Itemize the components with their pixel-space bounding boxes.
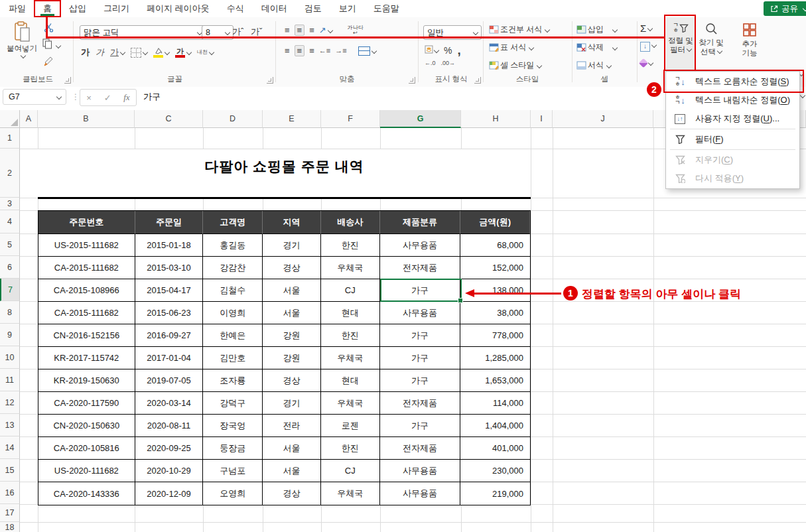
table-cell[interactable]: 2015-04-17: [135, 279, 204, 302]
table-cell[interactable]: 강덕구: [203, 392, 263, 415]
menu-tab-3[interactable]: 그리기: [95, 1, 138, 17]
menu-tab-7[interactable]: 검토: [296, 1, 330, 17]
table-cell[interactable]: CN-2016-152156: [38, 324, 135, 347]
menu-item-sort-ascending[interactable]: ㄱㅎ↓ 텍스트 오름차순 정렬(S): [666, 72, 799, 91]
table-cell[interactable]: 김만호: [203, 347, 263, 369]
accounting-format-button[interactable]: [425, 45, 433, 56]
table-cell[interactable]: 230,000: [460, 460, 530, 482]
row-header-12[interactable]: 12: [0, 391, 20, 414]
row-header-18[interactable]: 18: [0, 522, 20, 532]
table-cell[interactable]: CA-2020-105816: [38, 437, 135, 460]
table-cell[interactable]: 1,285,000: [460, 347, 530, 369]
row-header-17[interactable]: 17: [0, 504, 20, 522]
table-cell[interactable]: 로젠: [321, 415, 380, 437]
row-header-10[interactable]: 10: [0, 346, 20, 369]
table-cell[interactable]: 경상: [263, 257, 321, 279]
merge-center-button[interactable]: [358, 46, 370, 56]
cell-styles-button[interactable]: 셀 스타일: [487, 59, 543, 72]
column-header-H[interactable]: H: [461, 110, 531, 128]
table-cell[interactable]: 경상: [263, 482, 321, 505]
table-cell[interactable]: 1,653,000: [460, 369, 530, 392]
column-header-F[interactable]: F: [321, 110, 380, 128]
enter-icon[interactable]: ✓: [104, 93, 111, 103]
table-cell[interactable]: KR-2017-115742: [38, 347, 135, 369]
fill-handle[interactable]: [458, 298, 463, 303]
table-cell[interactable]: 서울: [263, 460, 321, 482]
format-as-table-button[interactable]: 표 서식: [487, 41, 535, 54]
percent-style-button[interactable]: %: [444, 45, 452, 56]
alignment-dialog-launcher[interactable]: [409, 77, 415, 84]
table-cell[interactable]: 2016-09-27: [135, 324, 204, 347]
borders-button[interactable]: [131, 48, 141, 58]
increase-decimal-button[interactable]: ←.0: [425, 60, 436, 66]
table-cell[interactable]: 219,000: [460, 482, 530, 505]
align-right-button[interactable]: ≡: [309, 46, 314, 55]
menu-tab-5[interactable]: 수식: [218, 1, 253, 17]
menu-tab-0[interactable]: 파일: [0, 1, 34, 17]
table-cell[interactable]: 현대: [321, 302, 380, 324]
fill-color-button[interactable]: [153, 47, 163, 58]
table-cell[interactable]: 우체국: [321, 257, 380, 279]
row-header-5[interactable]: 5: [0, 233, 20, 256]
table-cell[interactable]: CA-2015-108966: [38, 279, 135, 302]
insert-cells-button[interactable]: 삽입: [574, 23, 619, 36]
table-cell[interactable]: CA-2015-111682: [38, 257, 135, 279]
column-header-A[interactable]: A: [20, 110, 38, 128]
font-color-button[interactable]: 가: [175, 48, 185, 58]
table-cell[interactable]: 전자제품: [380, 257, 461, 279]
copy-button[interactable]: [42, 38, 60, 51]
format-painter-button[interactable]: [44, 56, 54, 68]
font-dialog-launcher[interactable]: [267, 77, 273, 84]
table-cell[interactable]: 38,000: [460, 302, 530, 324]
row-header-8[interactable]: 8: [0, 301, 20, 324]
number-dialog-launcher[interactable]: [474, 77, 481, 84]
row-header-14[interactable]: 14: [0, 436, 20, 459]
table-cell[interactable]: 2019-07-05: [135, 369, 204, 392]
menu-tab-4[interactable]: 페이지 레이아웃: [138, 1, 218, 17]
row-header-15[interactable]: 15: [0, 459, 20, 482]
phonetic-guide-button[interactable]: 내천: [197, 50, 208, 55]
table-header-cell[interactable]: 지역: [263, 211, 321, 234]
column-header-J[interactable]: J: [553, 110, 653, 128]
table-cell[interactable]: 강감찬: [203, 257, 263, 279]
column-header-D[interactable]: D: [203, 110, 263, 128]
align-left-button[interactable]: ≡: [285, 46, 290, 55]
table-cell[interactable]: 가구: [380, 415, 461, 437]
table-cell[interactable]: 가구: [380, 369, 461, 392]
formula-bar-expand-icon[interactable]: [800, 93, 805, 98]
menu-tab-2[interactable]: 삽입: [60, 1, 95, 17]
table-cell[interactable]: CJ: [321, 279, 380, 302]
table-cell[interactable]: 2015-06-23: [135, 302, 204, 324]
row-header-16[interactable]: 16: [0, 482, 20, 504]
row-header-13[interactable]: 13: [0, 414, 20, 436]
autosum-button[interactable]: Σ: [640, 23, 652, 34]
table-cell[interactable]: 가구: [380, 324, 461, 347]
table-cell[interactable]: 사무용품: [380, 234, 461, 257]
menu-item-sort-descending[interactable]: ㅎㄱ↓ 텍스트 내림차순 정렬(O): [666, 91, 799, 109]
table-cell[interactable]: US-2020-111682: [38, 460, 135, 482]
table-cell[interactable]: 한예은: [203, 324, 263, 347]
table-cell[interactable]: 김철수: [203, 279, 263, 302]
menu-tab-6[interactable]: 데이터: [253, 1, 296, 17]
table-header-cell[interactable]: 주문일: [135, 211, 204, 234]
table-cell[interactable]: 전자제품: [380, 392, 461, 415]
wrap-text-button[interactable]: 가나다↩: [348, 25, 364, 36]
row-header-4[interactable]: 4: [0, 210, 20, 233]
increase-indent-button[interactable]: →≡: [335, 46, 346, 55]
align-center-button[interactable]: ≡: [295, 45, 305, 56]
sort-filter-button[interactable]: ㄱㅎ 정렬 및필터: [666, 17, 695, 77]
row-header-1[interactable]: 1: [0, 128, 20, 149]
delete-cells-button[interactable]: 삭제: [574, 41, 619, 54]
formula-bar-divider[interactable]: ⋮: [72, 92, 80, 101]
table-cell[interactable]: CA-2015-111682: [38, 302, 135, 324]
column-header-C[interactable]: C: [135, 110, 203, 128]
table-cell[interactable]: 2020-08-11: [135, 415, 204, 437]
name-box[interactable]: G7: [3, 89, 66, 105]
row-header-7[interactable]: 7: [0, 279, 20, 301]
table-cell[interactable]: 사무용품: [380, 482, 461, 505]
table-header-cell[interactable]: 제품분류: [380, 211, 461, 234]
align-middle-button[interactable]: ≡: [295, 25, 305, 36]
table-cell[interactable]: 둥장금: [203, 437, 263, 460]
share-button[interactable]: 공유: [764, 1, 806, 16]
table-cell[interactable]: 강원: [263, 347, 321, 369]
